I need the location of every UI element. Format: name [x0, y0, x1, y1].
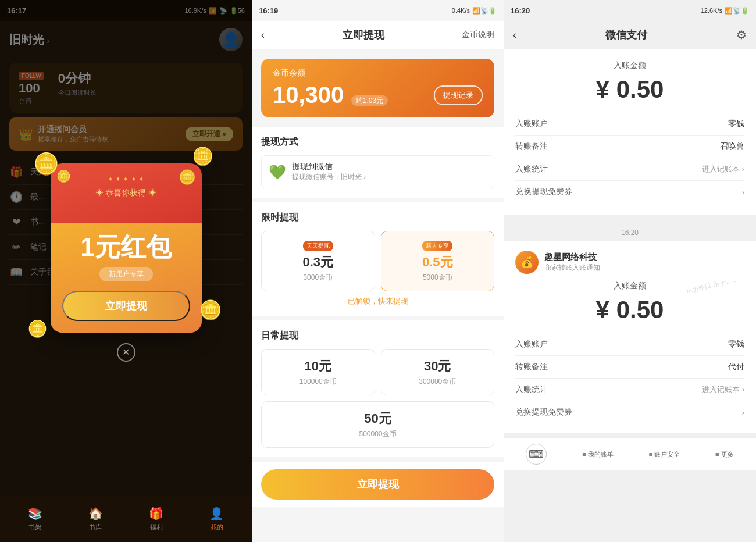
section-title-daily: 日常提现 [261, 330, 494, 342]
tab-bookshelf[interactable]: 📚 书架 [28, 507, 42, 532]
wechat-account: 提现微信账号：旧时光 › [292, 172, 366, 182]
close-button[interactable]: ✕ [117, 343, 135, 362]
coins-1: 5000金币 [390, 273, 486, 283]
daily-card-0[interactable]: 10元 100000金币 [261, 349, 375, 395]
coin-right: 🪙 [179, 169, 196, 186]
more-tab[interactable]: ≡ 更多 [715, 450, 733, 459]
stats-row-1: 入账统计 进入记账本 › [515, 158, 744, 181]
status-bar-3: 16:20 12.6K/s 📶📡🔋 [504, 0, 756, 21]
remark-label: 转账备注 [515, 141, 548, 152]
redpack-top: 🪙 🪙 ✦ ✦ ✦ ✦ ✦ ◈ 恭喜你获得 ◈ [51, 163, 202, 223]
stats-label-2: 入账统计 [515, 384, 548, 395]
remark-row-1: 转账备注 召唤兽 [515, 136, 744, 158]
daily-amount-1: 30元 [390, 358, 486, 375]
account-row-1: 入账账户 零钱 [515, 113, 744, 136]
daily-coins-2: 500000金币 [270, 429, 486, 439]
keyboard-icon[interactable]: ⌨ [526, 444, 547, 465]
status-right-2: 0.4K/s 📶📡🔋 [452, 7, 497, 15]
daily-badge: 天天提现 [303, 241, 333, 251]
bottom-tab-bar: 📚 书架 🏠 书库 🎁 福利 👤 我的 [0, 495, 252, 542]
redpack-card: 🪙 🪙 ✦ ✦ ✦ ✦ ✦ ◈ 恭喜你获得 ◈ 1元红包 新用户专享 立即提现 [51, 163, 202, 333]
daily-cards-grid: 10元 100000金币 30元 300000金币 [261, 349, 494, 395]
time-2: 16:19 [259, 6, 278, 15]
daily-amount-2: 50元 [270, 410, 486, 427]
redpack-congrats: ◈ 恭喜你获得 ◈ [62, 188, 190, 198]
coupon-link[interactable]: › [742, 188, 744, 197]
p3-bottom-bar: ⌨ ≡ 我的账单 ≡ 账户安全 ≡ 更多 [504, 437, 756, 470]
time-card-0[interactable]: 天天提现 0.3元 3000金币 [261, 231, 375, 291]
account-security-tab[interactable]: ≡ 账户安全 [649, 450, 680, 459]
daily-card-2[interactable]: 50元 500000金币 [261, 401, 494, 448]
section-title-method: 提现方式 [261, 136, 494, 148]
gold-label: 金币余额 [273, 68, 483, 79]
coupon-link-2[interactable]: › [742, 408, 744, 417]
stats-link-2[interactable]: 进入记账本 › [702, 384, 744, 395]
bookshelf-icon: 📚 [28, 507, 42, 520]
overlay: 🪙 🪙 🪙 🪙 🪙 🪙 ✦ ✦ ✦ ✦ ✦ ◈ 恭喜你获得 ◈ 1元红包 新用户… [0, 0, 252, 495]
account-label-2: 入账账户 [515, 339, 548, 350]
time-cards-grid: 天天提现 0.3元 3000金币 新人专享 0.5元 5000金币 [261, 231, 494, 291]
account-label: 入账账户 [515, 119, 548, 129]
welfare-icon: 🎁 [149, 507, 163, 520]
divider [504, 219, 756, 224]
coin-deco-3: 🪙 [27, 319, 48, 338]
payment-amount-1: ¥ 0.50 [515, 76, 744, 104]
user-icon: 👤 [209, 507, 224, 520]
redpack-stars: ✦ ✦ ✦ ✦ ✦ [62, 175, 190, 183]
time-stamp: 16:20 [504, 224, 756, 241]
p2-footer: 立即提现 [252, 462, 504, 507]
tab-welfare[interactable]: 🎁 福利 [149, 507, 163, 532]
wechat-option[interactable]: 💚 提现到微信 提现微信账号：旧时光 › [261, 155, 494, 188]
back-button[interactable]: ‹ [261, 29, 265, 41]
stats-link[interactable]: 进入记账本 › [702, 164, 744, 174]
payment-amount-2: ¥ 0.50 [515, 296, 744, 324]
home-icon: 🏠 [88, 507, 103, 520]
redpack-bottom: 1元红包 新用户专享 立即提现 [51, 223, 202, 333]
merchant-name: 趣星网络科技 [544, 252, 600, 263]
remark-value: 召唤兽 [720, 141, 744, 152]
coupon-row-1: 兑换提现免费券 › [515, 181, 744, 203]
gold-approx: 约1.03元 [351, 95, 388, 106]
merchant-sub: 商家转账入账通知 [544, 263, 600, 273]
remark-value-2: 代付 [728, 362, 744, 372]
withdraw-records-button[interactable]: 提现记录 [434, 85, 483, 105]
daily-coins-0: 100000金币 [270, 377, 366, 387]
tab-mine[interactable]: 👤 我的 [209, 507, 224, 532]
panel2: 16:19 0.4K/s 📶📡🔋 ‹ 立即提现 金币说明 金币余额 10,300… [252, 0, 504, 542]
new-user-badge: 新用户专享 [99, 267, 153, 281]
remark-row-2: 转账备注 代付 [515, 356, 744, 379]
panel3: 16:20 12.6K/s 📶📡🔋 ‹ 微信支付 ⚙ 入账金额 ¥ 0.50 入… [504, 0, 756, 542]
p3-header: ‹ 微信支付 ⚙ [504, 21, 756, 49]
settings-icon[interactable]: ⚙ [736, 28, 747, 42]
coupon-row-2: 兑换提现免费券 › [515, 401, 744, 423]
daily-card-1[interactable]: 30元 300000金币 [381, 349, 495, 395]
merchant-icon: 💰 [515, 251, 539, 274]
my-bill-tab[interactable]: ≡ 我的账单 [582, 450, 613, 459]
time-withdraw-section: 限时提现 天天提现 0.3元 3000金币 新人专享 0.5元 5000金币 已… [252, 202, 504, 316]
amount-section: 入账金额 ¥ 0.50 小力吃口 乐子分享 [515, 281, 744, 333]
tab-library[interactable]: 🏠 书库 [88, 507, 103, 532]
coin-deco-2: 🪙 [192, 146, 213, 166]
account-value-2: 零钱 [728, 339, 744, 350]
p3-back-button[interactable]: ‹ [513, 29, 516, 41]
payment-card-1: 入账金额 ¥ 0.50 入账账户 零钱 转账备注 召唤兽 入账统计 进入记账本 … [504, 49, 756, 215]
wechat-icon: 💚 [269, 164, 286, 180]
remark-label-2: 转账备注 [515, 362, 548, 372]
coupon-label: 兑换提现免费券 [515, 187, 572, 197]
stats-label: 入账统计 [515, 164, 548, 174]
coin-deco-4: 🪙 [199, 299, 222, 321]
gold-guide-link[interactable]: 金币说明 [462, 30, 494, 40]
gold-amount: 10,300 [273, 82, 344, 108]
wechat-label: 提现到微信 [292, 162, 366, 172]
status-right-3: 12.6K/s 📶📡🔋 [701, 7, 749, 15]
coupon-label-2: 兑换提现免费券 [515, 407, 572, 418]
panel1: 16:17 16.9K/s 📶 📡 🔋56 旧时光 › 👤 FOLLW 100 … [0, 0, 252, 542]
gold-amount-row: 10,300 约1.03元 提现记录 [273, 82, 483, 108]
account-value: 零钱 [728, 119, 744, 129]
p3-page-title: 微信支付 [605, 28, 647, 42]
payment-label-1: 入账金额 [515, 60, 744, 71]
payment-card-2: 💰 趣星网络科技 商家转账入账通知 入账金额 ¥ 0.50 小力吃口 乐子分享 … [504, 241, 756, 433]
submit-withdraw-button[interactable]: 立即提现 [261, 469, 494, 500]
time-card-1[interactable]: 新人专享 0.5元 5000金币 [381, 231, 495, 291]
withdraw-button[interactable]: 立即提现 [62, 291, 190, 321]
